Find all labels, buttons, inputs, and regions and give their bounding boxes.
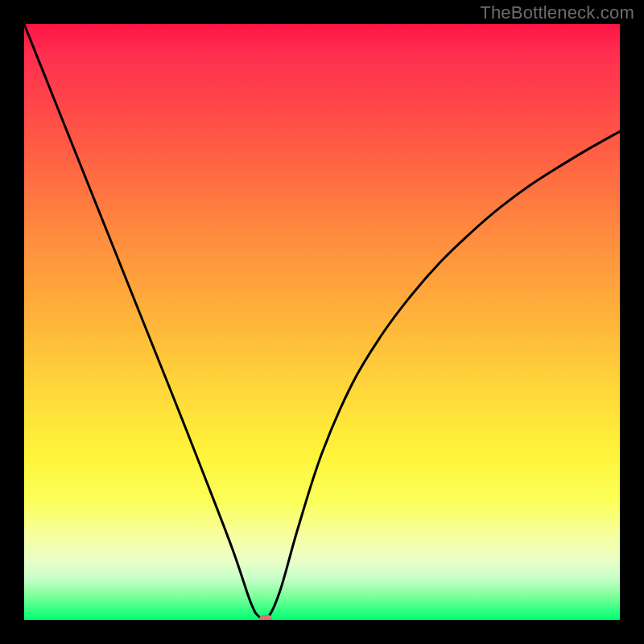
plot-area bbox=[24, 24, 620, 620]
optimum-marker bbox=[259, 615, 272, 620]
watermark-text: TheBottleneck.com bbox=[480, 2, 634, 23]
chart-frame: TheBottleneck.com bbox=[0, 0, 644, 644]
bottleneck-curve bbox=[24, 24, 620, 620]
